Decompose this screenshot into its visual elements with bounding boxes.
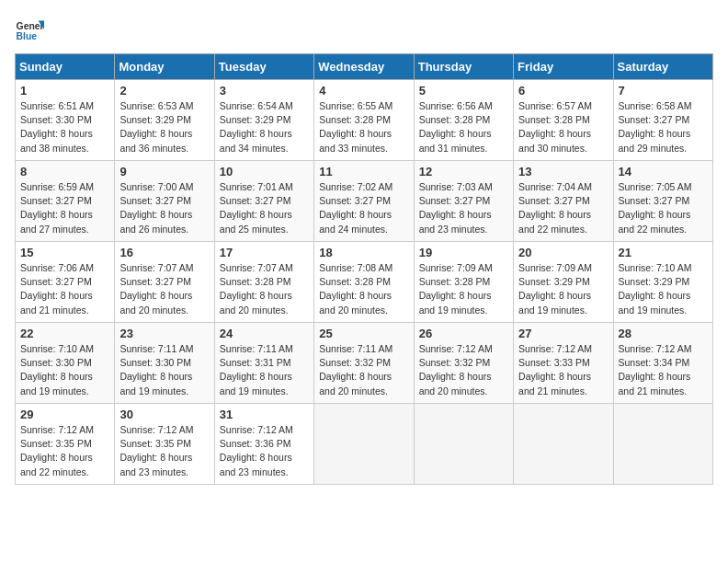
sunset-label: Sunset: 3:28 PM [419, 276, 491, 287]
day-cell-11: 11 Sunrise: 7:02 AM Sunset: 3:27 PM Dayl… [314, 161, 414, 242]
sunset-label: Sunset: 3:29 PM [518, 276, 590, 287]
day-info: Sunrise: 7:11 AM Sunset: 3:32 PM Dayligh… [319, 342, 408, 398]
day-info: Sunrise: 7:01 AM Sunset: 3:27 PM Dayligh… [220, 180, 309, 236]
day-number: 12 [419, 165, 508, 178]
sunset-label: Sunset: 3:28 PM [419, 114, 491, 125]
day-cell-17: 17 Sunrise: 7:07 AM Sunset: 3:28 PM Dayl… [214, 242, 313, 323]
day-cell-22: 22 Sunrise: 7:10 AM Sunset: 3:30 PM Dayl… [16, 323, 115, 404]
sunrise-label: Sunrise: 7:12 AM [518, 343, 592, 354]
day-cell-7: 7 Sunrise: 6:58 AM Sunset: 3:27 PM Dayli… [613, 80, 712, 161]
sunset-label: Sunset: 3:30 PM [20, 357, 92, 368]
daylight-label: Daylight: 8 hours and 19 minutes. [220, 371, 292, 396]
day-info: Sunrise: 7:06 AM Sunset: 3:27 PM Dayligh… [20, 261, 109, 317]
day-cell-14: 14 Sunrise: 7:05 AM Sunset: 3:27 PM Dayl… [613, 161, 712, 242]
day-cell-8: 8 Sunrise: 6:59 AM Sunset: 3:27 PM Dayli… [16, 161, 115, 242]
weekday-header-monday: Monday [115, 54, 214, 80]
day-number: 6 [518, 84, 608, 98]
day-number: 16 [119, 246, 209, 259]
day-cell-21: 21 Sunrise: 7:10 AM Sunset: 3:29 PM Dayl… [613, 242, 712, 323]
daylight-label: Daylight: 8 hours and 30 minutes. [518, 128, 591, 153]
sunset-label: Sunset: 3:27 PM [20, 276, 92, 287]
day-number: 14 [619, 165, 708, 178]
sunrise-label: Sunrise: 6:51 AM [20, 100, 94, 111]
day-cell-23: 23 Sunrise: 7:11 AM Sunset: 3:30 PM Dayl… [115, 323, 214, 404]
day-cell-15: 15 Sunrise: 7:06 AM Sunset: 3:27 PM Dayl… [16, 242, 115, 323]
svg-text:Blue: Blue [17, 31, 38, 41]
day-info: Sunrise: 7:04 AM Sunset: 3:27 PM Dayligh… [518, 180, 608, 236]
sunset-label: Sunset: 3:27 PM [20, 195, 92, 206]
sunset-label: Sunset: 3:36 PM [220, 438, 291, 449]
sunrise-label: Sunrise: 7:07 AM [220, 262, 293, 273]
daylight-label: Daylight: 8 hours and 34 minutes. [220, 128, 292, 153]
day-info: Sunrise: 6:53 AM Sunset: 3:29 PM Dayligh… [119, 99, 209, 155]
daylight-label: Daylight: 8 hours and 29 minutes. [619, 128, 691, 153]
day-cell-5: 5 Sunrise: 6:56 AM Sunset: 3:28 PM Dayli… [414, 80, 513, 161]
sunset-label: Sunset: 3:28 PM [220, 276, 291, 287]
day-cell-31: 31 Sunrise: 7:12 AM Sunset: 3:36 PM Dayl… [214, 404, 313, 485]
day-info: Sunrise: 7:10 AM Sunset: 3:29 PM Dayligh… [619, 261, 708, 317]
day-number: 10 [220, 165, 309, 178]
daylight-label: Daylight: 8 hours and 20 minutes. [319, 290, 392, 315]
daylight-label: Daylight: 8 hours and 36 minutes. [119, 128, 192, 153]
day-number: 24 [220, 327, 309, 340]
sunrise-label: Sunrise: 7:00 AM [119, 181, 193, 192]
sunrise-label: Sunrise: 7:11 AM [220, 343, 293, 354]
daylight-label: Daylight: 8 hours and 21 minutes. [518, 371, 591, 396]
day-cell-29: 29 Sunrise: 7:12 AM Sunset: 3:35 PM Dayl… [16, 404, 115, 485]
day-number: 4 [319, 84, 408, 98]
daylight-label: Daylight: 8 hours and 23 minutes. [220, 452, 292, 477]
day-number: 9 [119, 165, 209, 178]
sunset-label: Sunset: 3:29 PM [119, 114, 191, 125]
calendar-week-row: 1 Sunrise: 6:51 AM Sunset: 3:30 PM Dayli… [16, 80, 713, 161]
day-number: 17 [220, 246, 309, 259]
sunset-label: Sunset: 3:28 PM [319, 276, 391, 287]
weekday-header-row: SundayMondayTuesdayWednesdayThursdayFrid… [16, 54, 713, 80]
day-number: 11 [319, 165, 408, 178]
daylight-label: Daylight: 8 hours and 27 minutes. [20, 209, 93, 234]
weekday-header-wednesday: Wednesday [314, 54, 414, 80]
sunrise-label: Sunrise: 7:03 AM [419, 181, 493, 192]
day-info: Sunrise: 6:51 AM Sunset: 3:30 PM Dayligh… [20, 99, 109, 155]
sunset-label: Sunset: 3:35 PM [20, 438, 92, 449]
sunset-label: Sunset: 3:27 PM [419, 195, 491, 206]
sunrise-label: Sunrise: 7:12 AM [419, 343, 493, 354]
day-cell-27: 27 Sunrise: 7:12 AM Sunset: 3:33 PM Dayl… [514, 323, 613, 404]
day-number: 29 [20, 408, 109, 421]
sunrise-label: Sunrise: 7:10 AM [619, 262, 692, 273]
day-cell-25: 25 Sunrise: 7:11 AM Sunset: 3:32 PM Dayl… [314, 323, 414, 404]
sunset-label: Sunset: 3:29 PM [220, 114, 291, 125]
day-number: 27 [518, 327, 608, 340]
daylight-label: Daylight: 8 hours and 26 minutes. [119, 209, 192, 234]
weekday-header-sunday: Sunday [16, 54, 115, 80]
sunrise-label: Sunrise: 7:08 AM [319, 262, 392, 273]
day-cell-18: 18 Sunrise: 7:08 AM Sunset: 3:28 PM Dayl… [314, 242, 414, 323]
calendar-week-row: 22 Sunrise: 7:10 AM Sunset: 3:30 PM Dayl… [16, 323, 713, 404]
day-info: Sunrise: 6:59 AM Sunset: 3:27 PM Dayligh… [20, 180, 109, 236]
sunrise-label: Sunrise: 6:59 AM [20, 181, 94, 192]
day-number: 5 [419, 84, 508, 98]
daylight-label: Daylight: 8 hours and 21 minutes. [20, 290, 93, 315]
sunrise-label: Sunrise: 7:01 AM [220, 181, 293, 192]
daylight-label: Daylight: 8 hours and 25 minutes. [220, 209, 292, 234]
day-info: Sunrise: 6:55 AM Sunset: 3:28 PM Dayligh… [319, 99, 408, 155]
sunrise-label: Sunrise: 7:12 AM [20, 424, 94, 435]
day-cell-9: 9 Sunrise: 7:00 AM Sunset: 3:27 PM Dayli… [115, 161, 214, 242]
page-header: General Blue [15, 15, 713, 44]
day-info: Sunrise: 7:09 AM Sunset: 3:28 PM Dayligh… [419, 261, 508, 317]
daylight-label: Daylight: 8 hours and 23 minutes. [119, 452, 192, 477]
sunrise-label: Sunrise: 7:12 AM [119, 424, 193, 435]
day-info: Sunrise: 7:12 AM Sunset: 3:36 PM Dayligh… [220, 423, 309, 479]
day-cell-26: 26 Sunrise: 7:12 AM Sunset: 3:32 PM Dayl… [414, 323, 513, 404]
weekday-header-saturday: Saturday [613, 54, 712, 80]
daylight-label: Daylight: 8 hours and 22 minutes. [518, 209, 591, 234]
day-info: Sunrise: 7:00 AM Sunset: 3:27 PM Dayligh… [119, 180, 209, 236]
day-info: Sunrise: 6:54 AM Sunset: 3:29 PM Dayligh… [220, 99, 309, 155]
day-info: Sunrise: 7:05 AM Sunset: 3:27 PM Dayligh… [619, 180, 708, 236]
sunrise-label: Sunrise: 6:54 AM [220, 100, 293, 111]
day-number: 18 [319, 246, 408, 259]
sunset-label: Sunset: 3:31 PM [220, 357, 291, 368]
sunrise-label: Sunrise: 6:55 AM [319, 100, 392, 111]
day-info: Sunrise: 7:08 AM Sunset: 3:28 PM Dayligh… [319, 261, 408, 317]
day-cell-1: 1 Sunrise: 6:51 AM Sunset: 3:30 PM Dayli… [16, 80, 115, 161]
day-info: Sunrise: 7:03 AM Sunset: 3:27 PM Dayligh… [419, 180, 508, 236]
